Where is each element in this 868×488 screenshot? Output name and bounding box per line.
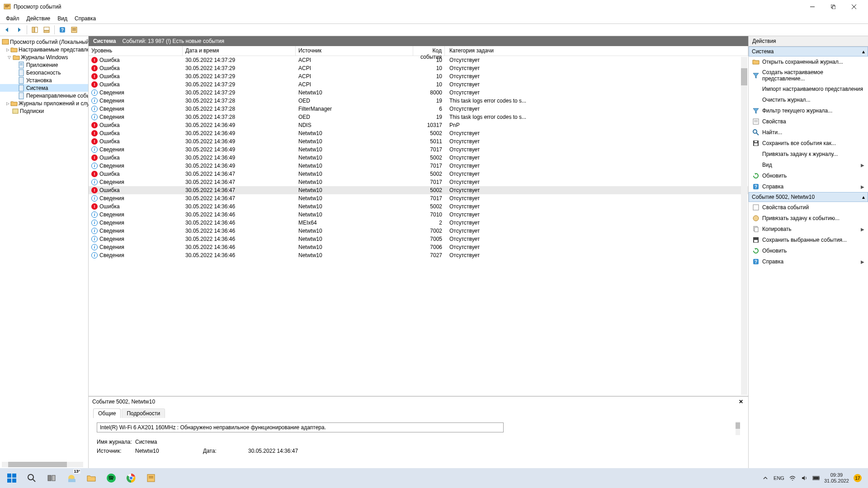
filter-new-icon [752, 72, 760, 79]
detail-close-button[interactable]: ✕ [737, 398, 745, 405]
tree-application[interactable]: Приложение [0, 61, 88, 69]
event-row[interactable]: !Ошибка30.05.2022 14:36:49Netwtw105011От… [89, 137, 748, 145]
tree-forwarded[interactable]: Перенаправленные события [0, 92, 88, 99]
event-row[interactable]: !Ошибка30.05.2022 14:37:29ACPI10Отсутств… [89, 72, 748, 80]
tray-chevron-icon[interactable] [762, 474, 769, 482]
column-category[interactable]: Категория задачи [445, 46, 748, 56]
event-row[interactable]: iСведения30.05.2022 14:36:46Netwtw107002… [89, 227, 748, 235]
column-datetime[interactable]: Дата и время [183, 46, 296, 56]
minimize-button[interactable] [802, 0, 823, 14]
action-find[interactable]: Найти... [749, 127, 868, 138]
preview-button[interactable] [42, 25, 52, 35]
task-view-button[interactable] [42, 469, 61, 487]
event-row[interactable]: !Ошибка30.05.2022 14:36:46Netwtw105002От… [89, 202, 748, 211]
search-button[interactable] [23, 469, 41, 487]
start-button[interactable] [3, 469, 21, 487]
events-scrollbar[interactable] [741, 57, 747, 395]
action-help-2[interactable]: ?Справка▶ [749, 256, 868, 267]
show-tree-button[interactable] [30, 25, 40, 35]
action-save-selected[interactable]: Сохранить выбранные события... [749, 235, 868, 245]
event-row[interactable]: iСведения30.05.2022 14:36:47Netwtw107017… [89, 178, 748, 186]
action-view[interactable]: Вид▶ [749, 160, 868, 170]
action-filter-log[interactable]: Фильтр текущего журнала... [749, 105, 868, 116]
weather-widget[interactable]: 13° [62, 469, 80, 487]
action-properties[interactable]: Свойства [749, 116, 868, 127]
tree-subscriptions[interactable]: Подписки [0, 107, 88, 115]
back-button[interactable] [2, 25, 12, 35]
battery-icon[interactable] [812, 474, 820, 482]
event-row[interactable]: iСведения30.05.2022 14:37:28FilterManage… [89, 105, 748, 113]
tree-system[interactable]: Система [0, 84, 88, 92]
tree-app-services[interactable]: ▷ Журналы приложений и служб [0, 99, 88, 107]
event-row[interactable]: iСведения30.05.2022 14:37:29Netwtw108000… [89, 89, 748, 97]
language-indicator[interactable]: ENG [774, 475, 784, 481]
event-row[interactable]: !Ошибка30.05.2022 14:36:49NDIS10317PnP [89, 121, 748, 129]
action-import-view[interactable]: Импорт настраиваемого представления [749, 84, 868, 94]
expander-icon[interactable]: ▷ [6, 101, 9, 106]
event-row[interactable]: iСведения30.05.2022 14:36:49Netwtw107017… [89, 162, 748, 170]
action-save-all[interactable]: Сохранить все события как... [749, 138, 868, 149]
notification-badge[interactable]: 17 [854, 474, 862, 482]
event-row[interactable]: !Ошибка30.05.2022 14:36:47Netwtw105002От… [89, 170, 748, 178]
event-row[interactable]: iСведения30.05.2022 14:36:46Netwtw107005… [89, 235, 748, 243]
spotify-button[interactable] [102, 469, 120, 487]
events-body: !Ошибка30.05.2022 14:37:29ACPI10Отсутств… [89, 56, 748, 259]
actions-button[interactable] [69, 25, 79, 35]
tab-general[interactable]: Общие [93, 408, 121, 418]
event-row[interactable]: !Ошибка30.05.2022 14:36:49Netwtw105002От… [89, 129, 748, 137]
action-event-properties[interactable]: Свойства событий [749, 202, 868, 213]
event-row[interactable]: !Ошибка30.05.2022 14:36:49Netwtw105002От… [89, 154, 748, 162]
action-refresh[interactable]: Обновить [749, 170, 868, 181]
forward-button[interactable] [14, 25, 24, 35]
event-row[interactable]: !Ошибка30.05.2022 14:37:29ACPI10Отсутств… [89, 64, 748, 72]
menu-action[interactable]: Действие [23, 14, 54, 23]
actions-section-event[interactable]: Событие 5002, Netwtw10 ▴ [749, 192, 868, 202]
help-button[interactable]: ? [57, 25, 67, 35]
event-row[interactable]: iСведения30.05.2022 14:36:46Netwtw107027… [89, 251, 748, 259]
action-open-saved[interactable]: Открыть сохраненный журнал... [749, 56, 868, 67]
wifi-icon[interactable] [789, 474, 796, 482]
tree-custom-views[interactable]: ▷ Настраиваемые представления [0, 46, 88, 53]
detail-desc-scrollbar[interactable] [736, 422, 740, 435]
event-row[interactable]: !Ошибка30.05.2022 14:36:47Netwtw105002От… [89, 186, 748, 194]
event-row[interactable]: iСведения30.05.2022 14:36:46Netwtw107006… [89, 243, 748, 251]
action-refresh-2[interactable]: Обновить [749, 245, 868, 256]
action-attach-task[interactable]: Привязать задачу к журналу... [749, 149, 868, 160]
explorer-button[interactable] [82, 469, 100, 487]
event-row[interactable]: iСведения30.05.2022 14:36:46Netwtw107010… [89, 211, 748, 219]
action-clear-log[interactable]: Очистить журнал... [749, 94, 868, 105]
action-help[interactable]: ?Справка▶ [749, 181, 868, 192]
event-row[interactable]: !Ошибка30.05.2022 14:37:29ACPI10Отсутств… [89, 80, 748, 89]
menu-view[interactable]: Вид [54, 14, 71, 23]
tree-root[interactable]: Просмотр событий (Локальный) [0, 38, 88, 46]
event-row[interactable]: iСведения30.05.2022 14:36:46MEIx642Отсут… [89, 219, 748, 227]
clock[interactable]: 09:39 31.05.2022 [824, 472, 849, 484]
volume-icon[interactable] [801, 474, 808, 482]
column-level[interactable]: Уровень [89, 46, 183, 56]
action-attach-to-event[interactable]: Привязать задачу к событию... [749, 213, 868, 224]
close-button[interactable] [844, 0, 864, 14]
tree-horizontal-scrollbar[interactable] [2, 462, 83, 467]
actions-section-system[interactable]: Система ▴ [749, 47, 868, 56]
chrome-button[interactable] [122, 469, 140, 487]
action-copy[interactable]: Копировать▶ [749, 224, 868, 235]
menu-file[interactable]: Файл [2, 14, 23, 23]
tree-windows-logs[interactable]: ▽ Журналы Windows [0, 53, 88, 61]
action-create-view[interactable]: Создать настраиваемое представление... [749, 67, 868, 84]
eventviewer-taskbar-button[interactable] [142, 469, 160, 487]
event-row[interactable]: iСведения30.05.2022 14:37:28OED19This ta… [89, 97, 748, 105]
tree-security[interactable]: Безопасность [0, 69, 88, 76]
expander-icon[interactable]: ▽ [6, 55, 12, 60]
tree-setup[interactable]: Установка [0, 76, 88, 84]
maximize-button[interactable] [823, 0, 844, 14]
event-row[interactable]: iСведения30.05.2022 14:37:28OED19This ta… [89, 113, 748, 121]
event-row[interactable]: !Ошибка30.05.2022 14:37:29ACPI10Отсутств… [89, 56, 748, 64]
column-source[interactable]: Источник [296, 46, 413, 56]
event-row[interactable]: iСведения30.05.2022 14:36:49Netwtw107017… [89, 145, 748, 154]
event-row[interactable]: iСведения30.05.2022 14:36:47Netwtw107017… [89, 194, 748, 202]
expander-icon[interactable]: ▷ [6, 47, 9, 52]
svg-rect-40 [755, 227, 758, 232]
menu-help[interactable]: Справка [71, 14, 99, 23]
column-eventid[interactable]: Код события [413, 46, 445, 56]
tab-details[interactable]: Подробности [122, 408, 165, 418]
